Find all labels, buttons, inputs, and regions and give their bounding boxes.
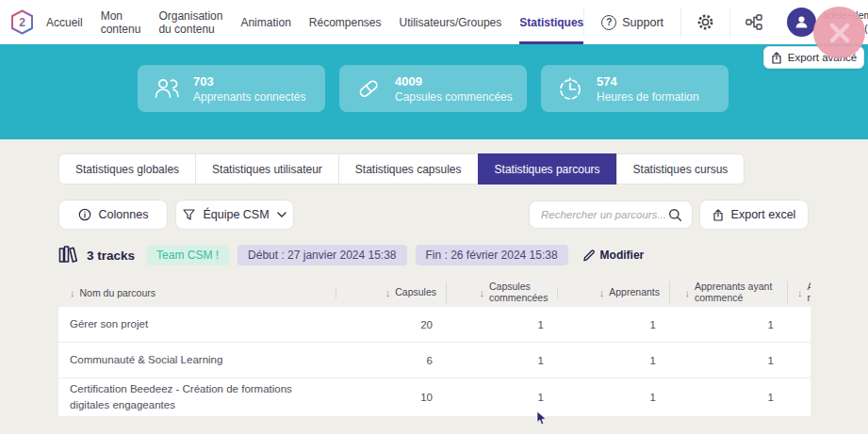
table-row[interactable]: Communauté & Social Learning 6 1 1 1 [58, 343, 811, 378]
column-header-name[interactable]: ↓ Nom du parcours [58, 287, 336, 298]
team-badge[interactable]: Team CSM ! [146, 245, 229, 265]
track-summary-row: 3 tracks Team CSM ! Début : 27 janvier 2… [58, 243, 644, 267]
avatar [787, 8, 816, 37]
tracks-count: 3 tracks [87, 249, 135, 263]
team-filter-dropdown[interactable]: Équipe CSM [175, 200, 294, 230]
sort-icon: ↓ [685, 287, 691, 298]
clock-icon [556, 74, 584, 103]
close-button[interactable] [813, 7, 865, 58]
column-header-capsules-commencees[interactable]: ↓ Capsules commencées [446, 281, 557, 303]
tab-statistiques-globales[interactable]: Statistiques globales [58, 153, 196, 185]
stat-label: Capsules commencées [395, 90, 513, 104]
learners-started-value: 1 [669, 392, 787, 403]
capsules-started-value: 1 [446, 392, 557, 403]
learners-value: 1 [557, 319, 669, 330]
column-label: Capsules commencées [489, 281, 548, 303]
nav-item-recompenses[interactable]: Récompenses [309, 0, 382, 44]
column-header-apprenants-commence[interactable]: ↓ Apprenants ayant commencé [669, 281, 787, 303]
learners-started-value: 1 [669, 319, 787, 330]
stat-value: 4009 [395, 73, 513, 90]
column-header-capsules[interactable]: ↓ Capsules [336, 287, 446, 298]
start-date-badge: Début : 27 janvier 2024 15:38 [237, 245, 406, 265]
stat-value: 574 [597, 73, 699, 90]
chevron-down-icon [277, 212, 287, 217]
mouse-cursor [536, 411, 547, 429]
learners-value: 1 [557, 392, 669, 403]
column-label: Nom du parcours [80, 287, 156, 298]
support-button[interactable]: ? Support [584, 0, 680, 44]
stat-value: 703 [193, 73, 305, 90]
search-input[interactable] [541, 209, 668, 220]
tab-statistiques-cursus[interactable]: Statistiques cursus [616, 153, 745, 185]
nav-item-animation[interactable]: Animation [240, 0, 290, 44]
capsules-value: 10 [336, 392, 446, 403]
tab-statistiques-parcours[interactable]: Statistiques parcours [478, 153, 617, 185]
column-label: Capsules [395, 287, 436, 298]
capsule-icon [354, 74, 383, 103]
help-icon: ? [601, 15, 616, 30]
settings-button[interactable] [681, 0, 729, 44]
pencil-icon [582, 249, 596, 262]
column-label: Apprenants [609, 287, 660, 298]
capsules-started-value: 1 [446, 319, 557, 330]
sort-icon: ↓ [797, 287, 803, 298]
team-filter-label: Équipe CSM [203, 208, 269, 221]
org-chart-button[interactable] [730, 0, 778, 44]
main-menu: Accueil Mon contenu Organisation du cont… [46, 0, 583, 44]
columns-label: Colonnes [99, 208, 149, 221]
stat-label: Heures de formation [597, 90, 699, 104]
nav-item-organisation[interactable]: Organisation du contenu [158, 0, 222, 44]
sort-icon: ↓ [70, 287, 75, 298]
end-date-badge: Fin : 26 février 2024 15:38 [416, 245, 568, 265]
stat-card-training-hours: 574 Heures de formation [541, 65, 729, 112]
nav-item-statistiques[interactable]: Statistiques [519, 0, 583, 44]
capsules-value: 6 [336, 355, 446, 366]
stats-banner: 703 Apprenants connectés 4009 Capsules c… [0, 44, 868, 139]
sort-icon: ↓ [599, 287, 605, 298]
support-label: Support [622, 16, 663, 29]
gear-icon [696, 13, 714, 31]
table-row[interactable]: Gérer son projet 20 1 1 1 [58, 307, 811, 343]
sort-icon: ↓ [480, 287, 485, 298]
search-box [529, 201, 693, 229]
statistics-tabs: Statistiques globales Statistiques utili… [58, 153, 745, 185]
filter-icon [183, 209, 195, 220]
capsules-value: 20 [336, 319, 446, 330]
capsules-started-value: 1 [446, 355, 557, 366]
stat-card-learners-connected: 703 Apprenants connectés [138, 65, 325, 112]
column-label: Apprenants ayant commencé [695, 281, 778, 303]
learners-started-value: 1 [669, 355, 787, 366]
edit-button[interactable]: Modifier [582, 249, 645, 262]
nav-item-utilisateurs-groupes[interactable]: Utilisateurs/Groupes [400, 0, 502, 44]
column-header-apprenants[interactable]: ↓ Apprenants [557, 287, 669, 298]
column-header-apprenants-reussi[interactable]: ↓ Apprenants ayant réussi [787, 281, 811, 303]
beedeez-logo[interactable]: 2 [0, 0, 46, 44]
search-icon[interactable] [668, 208, 682, 222]
top-navbar: 2 Accueil Mon contenu Organisation du co… [0, 0, 868, 44]
users-icon [153, 74, 181, 103]
svg-text:2: 2 [19, 16, 25, 29]
tab-statistiques-utilisateur[interactable]: Statistiques utilisateur [195, 153, 339, 185]
export-icon [771, 52, 782, 64]
tracks-table: ↓ Nom du parcours ↓ Capsules ↓ Capsules … [58, 279, 811, 416]
tab-statistiques-capsules[interactable]: Statistiques capsules [338, 153, 479, 185]
table-row[interactable]: Certification Beedeez - Création de form… [58, 378, 811, 416]
table-header: ↓ Nom du parcours ↓ Capsules ↓ Capsules … [58, 279, 811, 307]
columns-button[interactable]: Colonnes [58, 200, 168, 230]
track-name: Certification Beedeez - Création de form… [58, 376, 336, 416]
stat-cards: 703 Apprenants connectés 4009 Capsules c… [138, 65, 729, 112]
library-icon [58, 246, 78, 265]
info-icon [78, 208, 91, 221]
export-excel-button[interactable]: Export excel [699, 200, 809, 230]
export-icon [712, 209, 724, 221]
user-icon [794, 14, 810, 30]
close-icon [828, 22, 851, 44]
stat-label: Apprenants connectés [193, 90, 305, 104]
sort-icon: ↓ [385, 287, 391, 298]
nav-item-mon-contenu[interactable]: Mon contenu [101, 0, 141, 44]
nav-item-accueil[interactable]: Accueil [46, 0, 83, 44]
org-chart-icon [745, 14, 762, 30]
stat-card-capsules-started: 4009 Capsules commencées [339, 65, 527, 112]
track-name: Communauté & Social Learning [58, 346, 336, 374]
column-label: Apprenants ayant réussi [808, 281, 811, 303]
